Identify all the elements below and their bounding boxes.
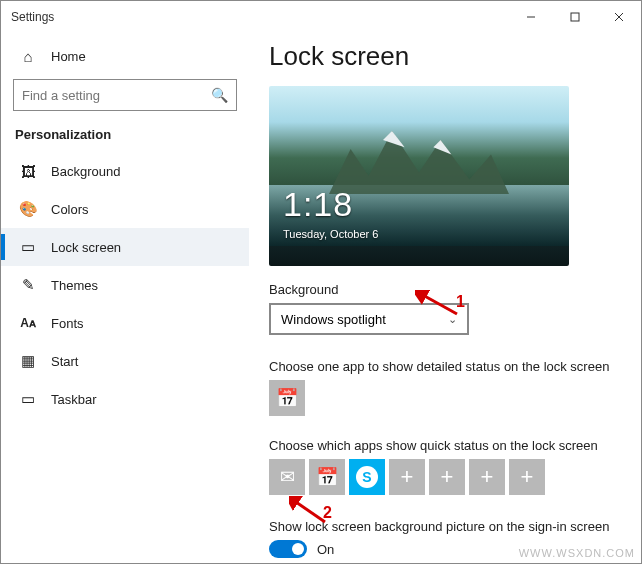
quick-status-tile-add[interactable]: + bbox=[469, 459, 505, 495]
calendar-icon: 📅 bbox=[276, 387, 298, 409]
sidebar-home-label: Home bbox=[51, 49, 86, 64]
plus-icon: + bbox=[481, 464, 494, 490]
calendar-icon: 📅 bbox=[316, 466, 338, 488]
sidebar-item-label: Fonts bbox=[51, 316, 84, 331]
content-pane: Lock screen 1:18 Tuesday, October 6 Back… bbox=[249, 33, 641, 563]
titlebar: Settings bbox=[1, 1, 641, 33]
svg-rect-1 bbox=[571, 13, 579, 21]
home-icon: ⌂ bbox=[19, 47, 37, 65]
detailed-status-label: Choose one app to show detailed status o… bbox=[269, 359, 621, 374]
mountain-graphic bbox=[299, 122, 539, 194]
fonts-icon: Aᴀ bbox=[19, 314, 37, 332]
plus-icon: + bbox=[441, 464, 454, 490]
watermark: WWW.WSXDN.COM bbox=[519, 547, 635, 559]
sidebar-item-label: Colors bbox=[51, 202, 89, 217]
mail-icon: ✉ bbox=[280, 466, 295, 488]
minimize-button[interactable] bbox=[509, 1, 553, 33]
sidebar-home[interactable]: ⌂ Home bbox=[1, 37, 249, 75]
quick-status-tile-skype[interactable]: S bbox=[349, 459, 385, 495]
taskbar-icon: ▭ bbox=[19, 390, 37, 408]
preview-time: 1:18 bbox=[283, 185, 378, 224]
sidebar: ⌂ Home 🔍 Personalization 🖼 Background 🎨 … bbox=[1, 33, 249, 563]
sidebar-item-start[interactable]: ▦ Start bbox=[1, 342, 249, 380]
preview-date: Tuesday, October 6 bbox=[283, 228, 378, 240]
sidebar-item-label: Themes bbox=[51, 278, 98, 293]
lock-screen-preview: 1:18 Tuesday, October 6 bbox=[269, 86, 569, 266]
quick-status-tile-add[interactable]: + bbox=[389, 459, 425, 495]
start-icon: ▦ bbox=[19, 352, 37, 370]
signin-background-toggle[interactable] bbox=[269, 540, 307, 558]
themes-icon: ✎ bbox=[19, 276, 37, 294]
sidebar-section-title: Personalization bbox=[1, 121, 249, 152]
sidebar-item-label: Background bbox=[51, 164, 120, 179]
background-label: Background bbox=[269, 282, 621, 297]
quick-status-label: Choose which apps show quick status on t… bbox=[269, 438, 621, 453]
close-button[interactable] bbox=[597, 1, 641, 33]
sidebar-item-colors[interactable]: 🎨 Colors bbox=[1, 190, 249, 228]
plus-icon: + bbox=[401, 464, 414, 490]
lock-screen-icon: ▭ bbox=[19, 238, 37, 256]
chevron-down-icon: ⌄ bbox=[448, 313, 457, 326]
quick-status-tile-add[interactable]: + bbox=[429, 459, 465, 495]
signin-toggle-label: Show lock screen background picture on t… bbox=[269, 519, 621, 534]
background-select-value: Windows spotlight bbox=[281, 312, 386, 327]
sidebar-item-taskbar[interactable]: ▭ Taskbar bbox=[1, 380, 249, 418]
picture-icon: 🖼 bbox=[19, 162, 37, 180]
sidebar-item-themes[interactable]: ✎ Themes bbox=[1, 266, 249, 304]
sidebar-item-label: Lock screen bbox=[51, 240, 121, 255]
search-icon: 🔍 bbox=[211, 87, 228, 103]
preview-clock: 1:18 Tuesday, October 6 bbox=[283, 185, 378, 240]
detailed-status-app-tile[interactable]: 📅 bbox=[269, 380, 305, 416]
plus-icon: + bbox=[521, 464, 534, 490]
search-input[interactable] bbox=[22, 88, 211, 103]
window-controls bbox=[509, 1, 641, 33]
skype-icon: S bbox=[356, 466, 378, 488]
sidebar-item-background[interactable]: 🖼 Background bbox=[1, 152, 249, 190]
app-title: Settings bbox=[11, 10, 54, 24]
sidebar-item-label: Start bbox=[51, 354, 78, 369]
sidebar-item-fonts[interactable]: Aᴀ Fonts bbox=[1, 304, 249, 342]
quick-status-tile-add[interactable]: + bbox=[509, 459, 545, 495]
page-title: Lock screen bbox=[269, 41, 621, 72]
maximize-button[interactable] bbox=[553, 1, 597, 33]
quick-status-tile-calendar[interactable]: 📅 bbox=[309, 459, 345, 495]
palette-icon: 🎨 bbox=[19, 200, 37, 218]
search-box[interactable]: 🔍 bbox=[13, 79, 237, 111]
sidebar-item-label: Taskbar bbox=[51, 392, 97, 407]
toggle-state-text: On bbox=[317, 542, 334, 557]
quick-status-tile-mail[interactable]: ✉ bbox=[269, 459, 305, 495]
background-select[interactable]: Windows spotlight ⌄ bbox=[269, 303, 469, 335]
sidebar-item-lock-screen[interactable]: ▭ Lock screen bbox=[1, 228, 249, 266]
